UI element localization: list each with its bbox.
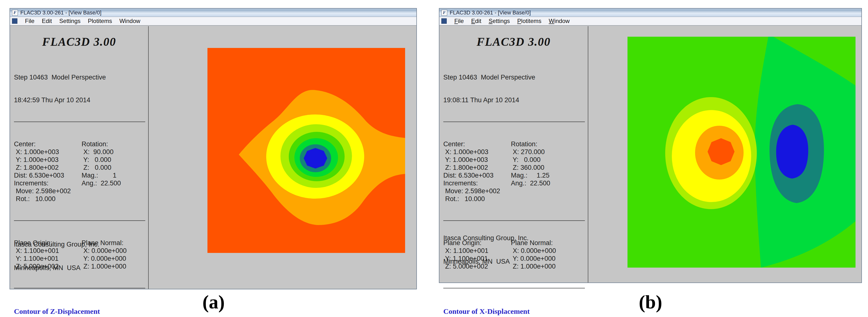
view-params: Center:Rotation: X: 1.000e+003 X: 270.00… xyxy=(443,140,586,203)
blank xyxy=(511,195,586,203)
rotation-y: Y: 0.000 xyxy=(82,156,146,164)
rotation-z: Z: 0.000 xyxy=(82,164,146,172)
footer: Itasca Consulting Group, Inc. Minneapoli… xyxy=(443,218,529,281)
dist-value: Dist: 6.530e+003 xyxy=(14,172,82,179)
title-bar[interactable]: F FLAC3D 3.00-261 - [View Base/0] xyxy=(10,8,416,17)
dist-value: Dist: 6.530e+003 xyxy=(443,172,511,179)
flac3d-window-a: F FLAC3D 3.00-261 - [View Base/0] File E… xyxy=(9,8,417,289)
time-line: 18:42:59 Thu Apr 10 2014 xyxy=(14,96,146,104)
menu-settings[interactable]: Settings xyxy=(485,17,514,25)
rotation-label: Rotation: xyxy=(82,140,146,148)
menu-edit[interactable]: Edit xyxy=(38,17,56,25)
contour-plot-x[interactable] xyxy=(627,37,856,268)
center-y: Y: 1.000e+003 xyxy=(443,156,511,164)
mag-value: Mag.: 1 xyxy=(82,172,146,179)
separator xyxy=(14,288,145,288)
client-area: FLAC3D 3.00 Step 10463 Model Perspective… xyxy=(10,26,416,289)
flac3d-logo: FLAC3D 3.00 xyxy=(439,35,588,48)
menu-bar: File Edit Settings Plotitems Window xyxy=(439,17,861,26)
time-line: 19:08:11 Thu Apr 10 2014 xyxy=(443,96,586,104)
info-panel: FLAC3D 3.00 Step 10463 Model Perspective… xyxy=(10,26,149,289)
separator xyxy=(443,288,585,288)
rotation-y: Y: 0.000 xyxy=(511,156,586,164)
step-line: Step 10463 Model Perspective xyxy=(14,74,146,81)
app-icon[interactable]: F xyxy=(12,10,18,16)
z-displacement-contour xyxy=(208,48,405,253)
menu-plotitems[interactable]: Plotitems xyxy=(84,17,116,25)
center-label: Center: xyxy=(14,140,82,148)
menu-file[interactable]: File xyxy=(21,17,38,25)
rotation-x: X: 90.000 xyxy=(82,148,146,156)
increments-label: Increments: xyxy=(14,179,82,187)
separator xyxy=(14,220,145,221)
footer-line1: Itasca Consulting Group, Inc. xyxy=(14,240,99,248)
center-z: Z: 1.800e+002 xyxy=(443,164,511,172)
info-panel: FLAC3D 3.00 Step 10463 Model Perspective… xyxy=(439,26,588,283)
separator xyxy=(14,121,145,122)
footer-line2: Minneapolis, MN USA xyxy=(14,264,99,272)
flac3d-logo: FLAC3D 3.00 xyxy=(10,35,148,48)
center-x: X: 1.000e+003 xyxy=(443,148,511,156)
menu-plotitems[interactable]: Plotitems xyxy=(514,17,545,25)
center-x: X: 1.000e+003 xyxy=(14,148,82,156)
menu-window[interactable]: Window xyxy=(545,17,574,25)
ang-value: Ang.: 22.500 xyxy=(82,179,146,187)
window-title: FLAC3D 3.00-261 - [View Base/0] xyxy=(20,9,101,16)
window-title: FLAC3D 3.00-261 - [View Base/0] xyxy=(450,9,531,16)
increments-label: Increments: xyxy=(443,179,511,187)
move-value: Move: 2.598e+002 xyxy=(443,187,511,195)
move-value: Move: 2.598e+002 xyxy=(14,187,82,195)
rotation-z: Z: 360.000 xyxy=(511,164,586,172)
center-y: Y: 1.000e+003 xyxy=(14,156,82,164)
document-icon[interactable] xyxy=(12,19,18,24)
page: F FLAC3D 3.00-261 - [View Base/0] File E… xyxy=(0,0,868,317)
rot-value: Rot.: 10.000 xyxy=(14,195,82,203)
footer-line2: Minneapolis, MN USA xyxy=(443,257,529,266)
title-bar[interactable]: F FLAC3D 3.00-261 - [View Base/0] xyxy=(439,8,861,17)
center-z: Z: 1.800e+002 xyxy=(14,164,82,172)
menu-edit[interactable]: Edit xyxy=(468,17,485,25)
menu-bar: File Edit Settings Plotitems Window xyxy=(10,17,416,26)
caption-a: (a) xyxy=(203,291,225,313)
contour-title: Contour of X-Displacement xyxy=(443,307,586,316)
ang-value: Ang.: 22.500 xyxy=(511,179,586,187)
blank xyxy=(511,187,586,195)
menu-window[interactable]: Window xyxy=(116,17,144,25)
view-params: Center:Rotation: X: 1.000e+003 X: 90.000… xyxy=(14,140,146,203)
x-displacement-contour xyxy=(627,37,856,268)
client-area: FLAC3D 3.00 Step 10463 Model Perspective… xyxy=(439,26,861,283)
menu-file[interactable]: File xyxy=(451,17,468,25)
center-label: Center: xyxy=(443,140,511,148)
footer-line1: Itasca Consulting Group, Inc. xyxy=(443,234,529,242)
flac3d-window-b: F FLAC3D 3.00-261 - [View Base/0] File E… xyxy=(439,8,862,283)
rotation-x: X: 270.000 xyxy=(511,148,586,156)
document-icon[interactable] xyxy=(441,19,447,24)
menu-settings[interactable]: Settings xyxy=(56,17,84,25)
blank xyxy=(82,195,146,203)
mag-value: Mag.: 1.25 xyxy=(511,172,586,179)
contour-title: Contour of Z-Displacement xyxy=(14,307,146,316)
contour-plot-z[interactable] xyxy=(208,48,405,253)
blank xyxy=(82,187,146,195)
rot-value: Rot.: 10.000 xyxy=(443,195,511,203)
separator xyxy=(443,121,585,122)
caption-b: (b) xyxy=(639,291,662,313)
app-icon[interactable]: F xyxy=(441,10,447,16)
rotation-label: Rotation: xyxy=(511,140,586,148)
step-line: Step 10463 Model Perspective xyxy=(443,74,586,81)
footer: Itasca Consulting Group, Inc. Minneapoli… xyxy=(14,225,99,287)
